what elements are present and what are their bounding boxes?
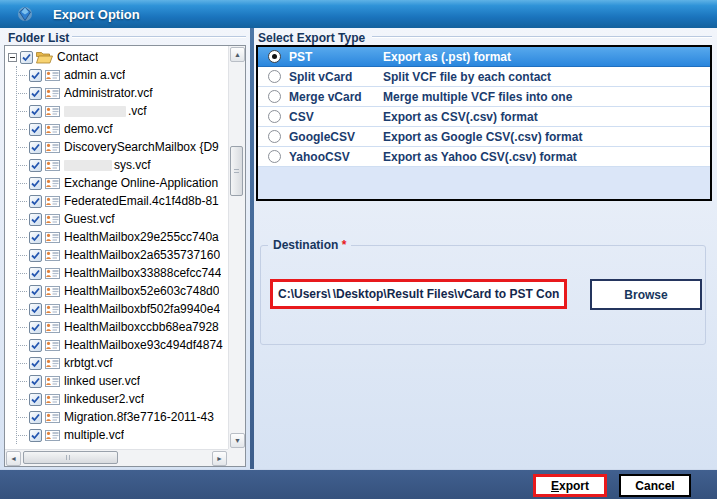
- tree-item[interactable]: Guest.vcf: [5, 210, 228, 228]
- scroll-right-arrow-icon[interactable]: ►: [212, 451, 227, 466]
- tree-item[interactable]: HealthMailbox33888cefcc744: [5, 264, 228, 282]
- path-suffix: \Desktop\Result Files\vCard to PST Con: [333, 287, 560, 301]
- check-icon: [31, 395, 40, 404]
- export-button[interactable]: Export: [533, 474, 607, 497]
- tree-item[interactable]: HealthMailbox2a6535737160: [5, 246, 228, 264]
- export-type-option[interactable]: YahooCSV Export as Yahoo CSV(.csv) forma…: [258, 147, 710, 167]
- tree-vertical-scrollbar[interactable]: ▲ ▼: [228, 46, 245, 449]
- tree-item[interactable]: demo.vcf: [5, 120, 228, 138]
- scroll-left-arrow-icon[interactable]: ◄: [6, 451, 21, 466]
- vcard-contact-icon: [45, 142, 60, 153]
- item-checkbox[interactable]: [29, 357, 42, 370]
- tree-root-label: Contact: [57, 50, 98, 64]
- tree-item[interactable]: sys.vcf: [5, 156, 228, 174]
- vcard-contact-icon: [45, 394, 60, 405]
- check-icon: [31, 287, 40, 296]
- tree-item[interactable]: Exchange Online-Application: [5, 174, 228, 192]
- tree-horizontal-scrollbar[interactable]: ◄ ►: [5, 449, 228, 466]
- item-checkbox[interactable]: [29, 285, 42, 298]
- check-icon: [31, 431, 40, 440]
- vcard-contact-icon: [45, 376, 60, 387]
- export-type-option[interactable]: Merge vCard Merge multiple VCF files int…: [258, 87, 710, 107]
- radio-button[interactable]: [268, 50, 281, 63]
- scroll-down-arrow-icon[interactable]: ▼: [230, 433, 245, 448]
- item-checkbox[interactable]: [29, 375, 42, 388]
- tree-item[interactable]: admin a.vcf: [5, 66, 228, 84]
- tree-item[interactable]: DiscoverySearchMailbox {D9: [5, 138, 228, 156]
- radio-button[interactable]: [268, 130, 281, 143]
- vcard-contact-icon: [45, 304, 60, 315]
- browse-button[interactable]: Browse: [590, 279, 702, 310]
- vcard-contact-icon: [45, 232, 60, 243]
- tree-item-label: multiple.vcf: [64, 428, 124, 442]
- window-title: Export Option: [53, 7, 140, 22]
- tree-item[interactable]: linkeduser2.vcf: [5, 390, 228, 408]
- tree-item[interactable]: HealthMailbox52e603c748d0: [5, 282, 228, 300]
- vertical-scroll-thumb[interactable]: [230, 146, 243, 196]
- item-checkbox[interactable]: [29, 123, 42, 136]
- tree-item[interactable]: HealthMailboxe93c494df4874: [5, 336, 228, 354]
- item-checkbox[interactable]: [29, 393, 42, 406]
- tree-item[interactable]: multiple.vcf: [5, 426, 228, 444]
- tree-item[interactable]: HealthMailboxccbb68ea7928: [5, 318, 228, 336]
- radio-button[interactable]: [268, 90, 281, 103]
- tree-item-label: .vcf: [64, 104, 147, 118]
- radio-button[interactable]: [268, 150, 281, 163]
- vcard-contact-icon: [45, 70, 60, 81]
- radio-button[interactable]: [268, 70, 281, 83]
- folder-tree[interactable]: Contact admin a.vcf: [4, 45, 246, 467]
- tree-item[interactable]: FederatedEmail.4c1f4d8b-81: [5, 192, 228, 210]
- export-type-option[interactable]: CSV Export as CSV(.csv) format: [258, 107, 710, 127]
- item-checkbox[interactable]: [29, 177, 42, 190]
- tree-item[interactable]: linked user.vcf: [5, 372, 228, 390]
- tree-item[interactable]: .vcf: [5, 102, 228, 120]
- item-checkbox[interactable]: [29, 87, 42, 100]
- radio-button[interactable]: [268, 110, 281, 123]
- item-checkbox[interactable]: [29, 195, 42, 208]
- item-checkbox[interactable]: [29, 303, 42, 316]
- item-checkbox[interactable]: [29, 159, 42, 172]
- tree-root-contact[interactable]: Contact: [5, 48, 228, 66]
- tree-item[interactable]: Migration.8f3e7716-2011-43: [5, 408, 228, 426]
- check-icon: [31, 215, 40, 224]
- option-name: Split vCard: [289, 70, 383, 84]
- tree-item[interactable]: HealthMailboxbf502fa9940e4: [5, 300, 228, 318]
- item-checkbox[interactable]: [29, 339, 42, 352]
- required-asterisk: *: [342, 238, 347, 252]
- item-checkbox[interactable]: [29, 249, 42, 262]
- destination-label: Destination *: [268, 238, 351, 252]
- export-type-option[interactable]: PST Export as (.pst) format: [258, 47, 710, 67]
- tree-item[interactable]: HealthMailbox29e255cc740a: [5, 228, 228, 246]
- item-checkbox[interactable]: [29, 429, 42, 442]
- item-checkbox[interactable]: [29, 213, 42, 226]
- root-checkbox[interactable]: [20, 51, 33, 64]
- item-checkbox[interactable]: [29, 141, 42, 154]
- item-checkbox[interactable]: [29, 69, 42, 82]
- item-checkbox[interactable]: [29, 231, 42, 244]
- tree-item[interactable]: krbtgt.vcf: [5, 354, 228, 372]
- vcard-contact-icon: [45, 160, 60, 171]
- option-description: Export as (.pst) format: [383, 50, 511, 64]
- option-description: Merge multiple VCF files into one: [383, 90, 572, 104]
- item-checkbox[interactable]: [29, 267, 42, 280]
- tree-item[interactable]: Administrator.vcf: [5, 84, 228, 102]
- path-prefix: C:\Users\: [278, 287, 331, 301]
- destination-path-input[interactable]: C:\Users\\Desktop\Result Files\vCard to …: [270, 279, 567, 309]
- tree-item-label: krbtgt.vcf: [64, 356, 113, 370]
- cancel-button[interactable]: Cancel: [619, 474, 691, 497]
- export-type-option[interactable]: Split vCard Split VCF file by each conta…: [258, 67, 710, 87]
- export-type-list: PST Export as (.pst) format Split vCard …: [256, 45, 712, 201]
- select-export-type-label: Select Export Type: [258, 31, 365, 45]
- tree-item-label: HealthMailbox29e255cc740a: [64, 230, 219, 244]
- option-description: Export as Yahoo CSV(.csv) format: [383, 150, 577, 164]
- redacted-text: [64, 106, 126, 117]
- collapse-toggle-icon[interactable]: [8, 53, 17, 62]
- item-checkbox[interactable]: [29, 321, 42, 334]
- export-type-option[interactable]: GoogleCSV Export as Google CSV(.csv) for…: [258, 127, 710, 147]
- title-bar[interactable]: Export Option: [0, 0, 717, 28]
- horizontal-scroll-thumb[interactable]: [23, 451, 118, 464]
- item-checkbox[interactable]: [29, 411, 42, 424]
- tree-item-label: Migration.8f3e7716-2011-43: [64, 410, 214, 424]
- scroll-up-arrow-icon[interactable]: ▲: [230, 47, 245, 62]
- item-checkbox[interactable]: [29, 105, 42, 118]
